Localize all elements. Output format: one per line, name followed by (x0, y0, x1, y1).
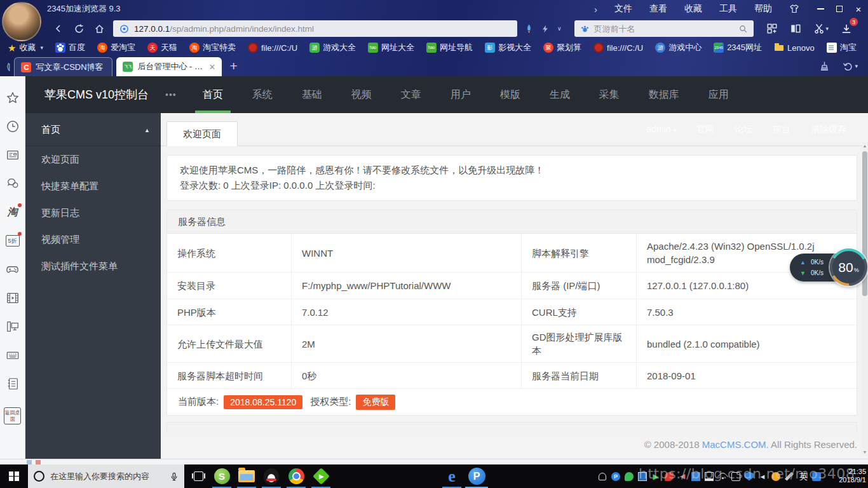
bookmark-item[interactable]: file:///C:/U (593, 43, 643, 53)
tab-maccms-active[interactable]: 飞飞 后台管理中心 - 苹果CMS ✕ (116, 57, 222, 76)
start-button[interactable] (0, 464, 28, 488)
sidebar-item-video-manage[interactable]: 视频管理 (25, 226, 161, 253)
menu-favorites[interactable]: 收藏 (684, 3, 702, 15)
notebook-icon[interactable] (5, 376, 20, 391)
scroll-up-icon[interactable]: ▲ (862, 142, 868, 150)
2345-tray-icon[interactable]: P (611, 472, 620, 481)
back-to-desktop-button[interactable]: 返回桌面 (4, 407, 21, 424)
sidebar-item-changelog[interactable]: 更新日志 (25, 200, 161, 226)
nav-article[interactable]: 文章 (386, 76, 436, 113)
nav-user[interactable]: 用户 (436, 76, 485, 113)
address-bar[interactable]: 127.0.0.1/sp/admin.php/admin/index/index… (113, 20, 517, 37)
cms-logo[interactable]: 苹果CMS v10控制台 (44, 87, 149, 102)
pen-icon[interactable] (785, 472, 794, 481)
site-shield-icon[interactable] (119, 24, 129, 34)
battery-icon[interactable] (731, 472, 740, 481)
remote-screen-icon[interactable] (638, 472, 647, 481)
user-menu[interactable]: admin▾ (646, 124, 676, 135)
taskbar-app-player[interactable]: ▶ (309, 464, 333, 488)
nav-home[interactable]: 首页 (188, 76, 238, 113)
new-tab-icon[interactable]: + (229, 58, 237, 74)
link-frontend[interactable]: 前台 (773, 124, 790, 135)
wifi-icon[interactable] (718, 472, 727, 481)
skin-icon[interactable] (789, 4, 799, 14)
split-screen-icon[interactable] (790, 23, 801, 34)
taskbar-search[interactable] (28, 464, 184, 488)
bookmark-item[interactable]: file:///C:/U (248, 43, 297, 53)
bookmark-item[interactable]: 游游戏大全 (309, 42, 356, 53)
home-icon[interactable] (90, 20, 108, 37)
browser-search-input[interactable] (594, 24, 738, 34)
tab-csdn[interactable]: C 写文章-CSDN博客 (14, 57, 112, 76)
user-badge-icon[interactable] (812, 472, 821, 481)
search-magnifier-icon[interactable] (738, 24, 748, 34)
nav-template[interactable]: 模版 (485, 76, 535, 113)
menu-tools[interactable]: 工具 (719, 3, 737, 15)
pc-monitor-icon[interactable] (5, 319, 20, 334)
bookmark-item[interactable]: 淘淘宝特卖 (189, 42, 236, 53)
speed-rocket-icon[interactable] (524, 24, 534, 34)
bookmark-item[interactable]: 淘爱淘宝 (97, 42, 135, 53)
taskbar-search-input[interactable] (50, 471, 170, 481)
close-button[interactable]: × (849, 0, 868, 18)
bookmark-item[interactable]: Lenovo (774, 43, 815, 53)
volume-legacy-icon[interactable]: ◀ (678, 472, 687, 481)
taskbar-clock[interactable]: 21:35 2018/9/1 (839, 468, 866, 484)
link-clear-cache[interactable]: 清除缓存 (811, 124, 846, 135)
monitor-icon[interactable] (705, 472, 714, 481)
undo-caret-icon[interactable]: ▾ (855, 63, 858, 69)
link-official-site[interactable]: 官网 (696, 124, 714, 135)
bookmarks-menu[interactable]: ★收藏▾ (8, 42, 43, 53)
taskbar-app-ie2345[interactable]: e (440, 464, 464, 488)
sidebar-group-home[interactable]: 首页 ▲ (25, 113, 161, 146)
link-forum[interactable]: 论坛 (735, 124, 752, 135)
content-tab-welcome[interactable]: 欢迎页面 (166, 121, 238, 146)
taskbar-app-s[interactable]: S (210, 464, 234, 488)
network-speed-widget[interactable]: ▲0K/s ▼0K/s 80% (790, 248, 867, 287)
menu-file[interactable]: 文件 (614, 3, 632, 15)
bookmark-item[interactable]: 23452345网址 (714, 42, 762, 53)
scissors-caret-icon[interactable]: ▾ (826, 25, 829, 32)
menu-help[interactable]: 帮助 (754, 3, 772, 15)
user-avatar[interactable] (2, 2, 41, 41)
nav-database[interactable]: 数据库 (634, 76, 694, 113)
cleaner-broom-icon[interactable] (819, 61, 830, 72)
history-clock-icon[interactable] (5, 119, 20, 134)
discount-5zhe-icon[interactable]: 5折 (5, 233, 20, 248)
nav-system[interactable]: 系统 (238, 76, 287, 113)
tab-collapse-icon[interactable]: ⟨| (6, 62, 9, 71)
sidebar-item-test-plugin[interactable]: 测试插件文件菜单 (25, 253, 161, 280)
bookmark-item[interactable]: hao网址大全 (368, 42, 414, 53)
memory-gauge[interactable]: 80% (830, 248, 867, 286)
contacts-icon[interactable] (598, 472, 607, 481)
taskbar-app-qq[interactable] (259, 464, 283, 488)
screenshot-scissors-icon[interactable]: ▾ (813, 23, 829, 34)
undo-closed-tab-icon[interactable]: ▾ (843, 61, 858, 72)
favorites-star-icon[interactable] (5, 90, 20, 105)
bookmark-item[interactable]: 百度 (55, 42, 85, 53)
minimize-button[interactable] (811, 0, 830, 18)
nav-video[interactable]: 视频 (337, 76, 386, 113)
task-view-button[interactable] (191, 469, 206, 484)
nav-more-icon[interactable]: ••• (165, 90, 177, 100)
taskbar-app-chrome[interactable] (284, 464, 308, 488)
keyboard-icon[interactable] (5, 348, 20, 363)
nav-collect[interactable]: 采集 (585, 76, 634, 113)
ime-indicator[interactable]: 英 (799, 471, 808, 482)
search-engine-paw-icon[interactable] (580, 24, 590, 34)
address-actions-caret-icon[interactable]: ∨ (557, 25, 562, 32)
messenger-icon[interactable] (625, 472, 634, 481)
speaker-icon[interactable]: ◄ (758, 472, 767, 481)
refresh-icon[interactable] (70, 20, 88, 37)
news-icon[interactable] (5, 147, 20, 163)
bookmark-item[interactable]: 影影视大全 (485, 42, 531, 53)
chick-icon[interactable] (771, 472, 780, 481)
maccms-link[interactable]: MacCMS.COM. (702, 439, 769, 450)
bookmark-item[interactable]: 淘宝 (827, 42, 857, 53)
bookmark-item[interactable]: 天天猫 (147, 42, 177, 53)
download-icon[interactable]: 3 (841, 23, 852, 34)
window-grid-icon[interactable] (691, 472, 700, 481)
video-film-icon[interactable] (5, 290, 20, 306)
microphone-icon[interactable] (170, 471, 179, 482)
sidebar-item-welcome[interactable]: 欢迎页面 (25, 146, 161, 173)
